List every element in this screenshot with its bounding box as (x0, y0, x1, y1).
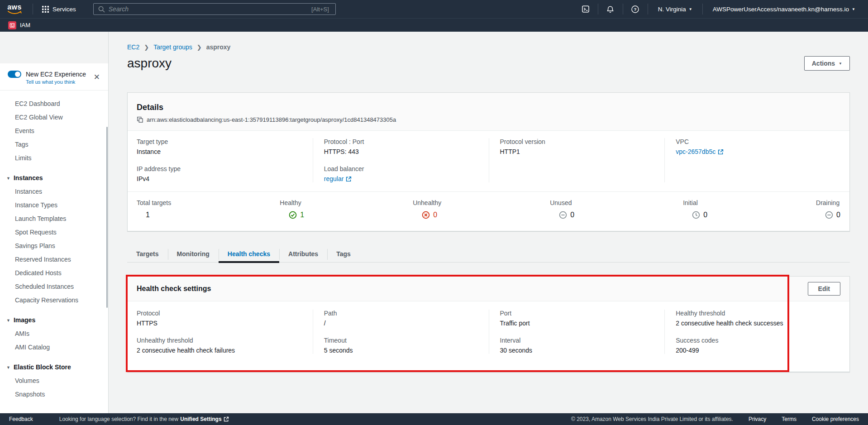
section-caret-icon: ▼ (6, 318, 10, 323)
iam-service-icon (8, 21, 16, 29)
feedback-link[interactable]: Feedback (9, 416, 33, 422)
field-label: VPC (676, 138, 831, 145)
tab-monitoring[interactable]: Monitoring (168, 246, 219, 262)
divider (702, 4, 703, 14)
target-group-tabs: Targets Monitoring Health checks Attribu… (127, 246, 850, 263)
edit-button[interactable]: Edit (808, 282, 840, 296)
protocol-version-value: HTTP1 (500, 148, 656, 155)
external-link-icon (718, 149, 724, 155)
sidebar-item-launch-templates[interactable]: Launch Templates (0, 212, 108, 225)
tell-us-link[interactable]: Tell us what you think (26, 79, 100, 85)
sidebar-item-tags[interactable]: Tags (0, 138, 108, 151)
cloudshell-terminal-icon (581, 5, 590, 14)
close-icon[interactable]: ✕ (94, 73, 100, 81)
minus-circle-icon (825, 211, 833, 219)
hc-interval-value: 30 seconds (500, 347, 656, 354)
tab-health-checks[interactable]: Health checks (219, 246, 279, 262)
new-experience-panel: New EC2 Experience Tell us what you thin… (0, 63, 108, 91)
sidebar-item-ami-catalog[interactable]: AMI Catalog (0, 340, 108, 354)
stat-initial: Initial 0 (683, 199, 707, 219)
sidebar-item-instances[interactable]: Instances (0, 185, 108, 198)
sidebar-scrollbar[interactable] (106, 127, 108, 308)
sidebar-section-elastic-block-store[interactable]: ▼Elastic Block Store (0, 360, 108, 374)
breadcrumb-current: asproxy (206, 43, 231, 51)
notifications-button[interactable] (603, 0, 618, 18)
stat-unused: Unused 0 (550, 199, 574, 219)
tab-attributes[interactable]: Attributes (279, 246, 327, 262)
search-shortcut-hint: [Alt+S] (311, 6, 329, 13)
copy-icon[interactable] (137, 116, 143, 123)
sidebar-item-spot-requests[interactable]: Spot Requests (0, 225, 108, 239)
help-button[interactable]: ? (628, 0, 643, 18)
sidebar-section-instances[interactable]: ▼Instances (0, 171, 108, 185)
tab-tags[interactable]: Tags (327, 246, 360, 262)
sidebar-section-images[interactable]: ▼Images (0, 313, 108, 327)
sidebar-item-limits[interactable]: Limits (0, 151, 108, 165)
new-experience-toggle[interactable] (8, 71, 21, 78)
sidebar-item-savings-plans[interactable]: Savings Plans (0, 239, 108, 253)
total-targets-value: 1 (137, 211, 171, 219)
sidebar-item-capacity-reservations[interactable]: Capacity Reservations (0, 293, 108, 307)
sidebar-item-ec2-global-view[interactable]: EC2 Global View (0, 110, 108, 124)
health-check-fields-grid: ProtocolHTTPS Unhealthy threshold2 conse… (128, 301, 849, 366)
target-health-summary: Total targets 1 Healthy 1 Unhealthy 0 Un… (128, 191, 849, 231)
sidebar-item-ec2-dashboard[interactable]: EC2 Dashboard (0, 97, 108, 110)
health-check-card-header: Health check settings Edit (128, 277, 849, 301)
hc-success-codes-value: 200-499 (676, 347, 831, 354)
aws-logo[interactable]: aws (7, 4, 22, 14)
sidebar-item-volumes[interactable]: Volumes (0, 374, 108, 387)
hc-path-value: / (324, 320, 480, 327)
field-label: Protocol version (500, 138, 656, 145)
details-title: Details (137, 103, 840, 112)
field-label: Unhealthy threshold (137, 337, 304, 344)
sidebar-item-instance-types[interactable]: Instance Types (0, 198, 108, 212)
account-menu[interactable]: AWSPowerUserAccess/navaneeth.kn@harness.… (707, 0, 861, 18)
ip-address-type-value: IPv4 (137, 175, 304, 182)
search-input[interactable] (109, 5, 281, 13)
terms-link[interactable]: Terms (782, 416, 796, 422)
breadcrumb-ec2[interactable]: EC2 (127, 43, 139, 51)
services-label: Services (52, 6, 76, 13)
ec2-sidebar: New EC2 Experience Tell us what you thin… (0, 32, 109, 413)
sidebar-top-gap (0, 32, 108, 63)
breadcrumb: EC2 ❯ Target groups ❯ asproxy (127, 43, 850, 51)
bell-icon (606, 5, 615, 14)
tab-targets[interactable]: Targets (127, 246, 168, 262)
chevron-down-icon: ▼ (852, 8, 855, 11)
section-caret-icon: ▼ (6, 365, 10, 370)
unified-settings-link[interactable]: Unified Settings (180, 416, 221, 422)
services-menu-button[interactable]: Services (38, 0, 81, 18)
region-selector[interactable]: N. Virginia ▼ (653, 0, 698, 18)
breadcrumb-target-groups[interactable]: Target groups (153, 43, 192, 51)
stat-total-targets: Total targets 1 (137, 199, 171, 219)
sidebar-item-amis[interactable]: AMIs (0, 327, 108, 340)
global-search-box[interactable]: [Alt+S] (93, 3, 336, 15)
clock-icon (692, 211, 700, 219)
sidebar-item-reserved-instances[interactable]: Reserved Instances (0, 253, 108, 266)
hc-unhealthy-threshold-value: 2 consecutive health check failures (137, 347, 304, 354)
privacy-link[interactable]: Privacy (749, 416, 766, 422)
target-group-arn: arn:aws:elasticloadbalancing:us-east-1:3… (147, 116, 396, 123)
vpc-link[interactable]: vpc-2657db5c (676, 148, 724, 155)
load-balancer-link[interactable]: regular (324, 175, 352, 182)
search-icon (98, 6, 105, 13)
sidebar-item-events[interactable]: Events (0, 124, 108, 138)
iam-label: IAM (20, 22, 30, 29)
health-check-settings-card: Health check settings Edit ProtocolHTTPS… (127, 276, 850, 372)
field-label: Timeout (324, 337, 480, 344)
field-label: Load balancer (324, 165, 480, 172)
sidebar-item-scheduled-instances[interactable]: Scheduled Instances (0, 280, 108, 293)
check-circle-icon (289, 211, 297, 219)
cookie-preferences-link[interactable]: Cookie preferences (812, 416, 859, 422)
copyright-text: © 2023, Amazon Web Services India Privat… (571, 416, 733, 422)
field-label: IP address type (137, 165, 304, 172)
main-content: EC2 ❯ Target groups ❯ asproxy asproxy Ac… (109, 32, 868, 413)
sidebar-item-dedicated-hosts[interactable]: Dedicated Hosts (0, 266, 108, 280)
chevron-right-icon: ❯ (197, 44, 202, 51)
actions-button[interactable]: Actions ▼ (804, 56, 850, 71)
divider (598, 4, 598, 14)
sidebar-item-snapshots[interactable]: Snapshots (0, 387, 108, 401)
cloudshell-button[interactable] (578, 0, 593, 18)
iam-shortcut[interactable]: IAM (8, 21, 30, 29)
divider (623, 4, 623, 14)
